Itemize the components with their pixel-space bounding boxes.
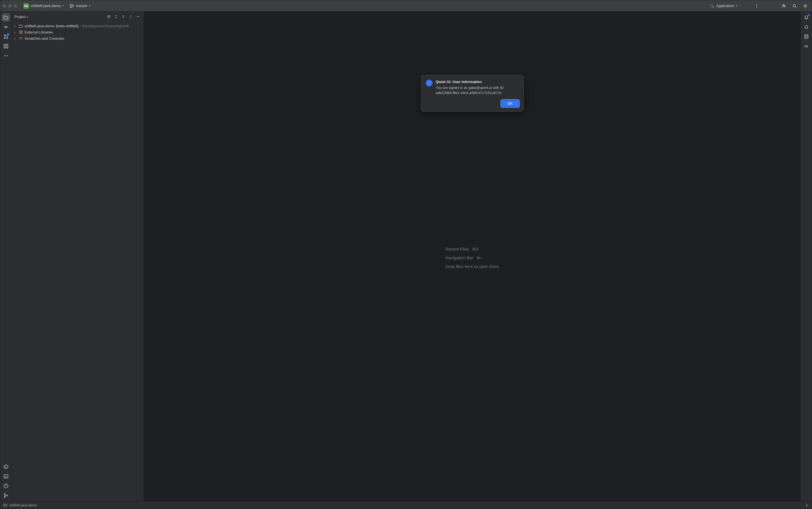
- svg-point-16: [6, 37, 8, 39]
- chevron-down-icon: ▾: [62, 4, 64, 7]
- svg-point-21: [4, 56, 5, 56]
- project-toolwindow-button[interactable]: [2, 13, 10, 22]
- expand-all-button[interactable]: [113, 14, 119, 20]
- svg-point-38: [22, 37, 23, 38]
- svg-point-13: [5, 26, 7, 28]
- expand-arrow-icon[interactable]: ▸: [14, 25, 17, 27]
- expand-arrow-icon[interactable]: ▸: [14, 37, 17, 40]
- terminal-toolwindow-button[interactable]: [2, 472, 10, 481]
- chevron-down-icon: ▾: [736, 4, 737, 7]
- project-toolwindow-title[interactable]: Project ▾: [14, 14, 28, 19]
- tree-external-libs-label: External Libraries: [25, 30, 53, 34]
- svg-point-3: [710, 4, 713, 7]
- hide-toolwindow-button[interactable]: [135, 14, 141, 20]
- svg-rect-24: [4, 475, 8, 478]
- settings-button[interactable]: [801, 2, 809, 9]
- svg-point-1: [70, 6, 71, 8]
- minimize-window-button[interactable]: [8, 4, 11, 8]
- database-toolwindow-button[interactable]: [802, 32, 811, 41]
- chevron-down-icon: ▾: [27, 15, 28, 19]
- search-everywhere-button[interactable]: [790, 2, 799, 9]
- code-with-me-button[interactable]: [780, 2, 788, 9]
- svg-point-33: [130, 18, 131, 18]
- svg-point-30: [108, 16, 109, 17]
- commit-toolwindow-button[interactable]: [2, 23, 10, 31]
- tree-scratches-row[interactable]: ▸ Scratches and Consoles: [13, 35, 142, 41]
- svg-point-27: [4, 496, 5, 498]
- editor-area[interactable]: Recent Files ⌘E Navigation Bar ⌘↑ Drop f…: [144, 11, 801, 501]
- svg-point-28: [6, 495, 8, 496]
- svg-rect-18: [4, 47, 5, 48]
- tree-root-path: ~/Development/Scanning/shift: [80, 24, 128, 28]
- notification-dot: [808, 14, 810, 16]
- svg-point-15: [4, 37, 5, 39]
- svg-point-12: [805, 5, 806, 6]
- zoom-window-button[interactable]: [14, 4, 17, 8]
- svg-rect-36: [21, 31, 22, 34]
- tree-root-tag: [hello-shiftleft]: [56, 24, 78, 28]
- chevron-down-icon: ▾: [89, 4, 90, 7]
- branch-icon: [69, 3, 74, 8]
- close-window-button[interactable]: [3, 4, 6, 8]
- project-selector[interactable]: SD shiftleft-java-demo ▾: [22, 2, 65, 10]
- scratches-icon: [19, 36, 23, 40]
- vcs-toolwindow-button[interactable]: [2, 491, 10, 500]
- tree-root-row[interactable]: ▸ shiftleft-java-demo [hello-shiftleft] …: [13, 23, 142, 29]
- tree-external-libs-row[interactable]: ▸ External Libraries: [13, 29, 142, 35]
- svg-point-10: [783, 4, 784, 6]
- badge-dot: [7, 33, 9, 36]
- debug-button[interactable]: [747, 5, 750, 7]
- right-toolstrip: m: [801, 11, 812, 501]
- vcs-branch-selector[interactable]: master ▾: [68, 2, 92, 9]
- maven-icon: m: [804, 43, 808, 49]
- toolwindows-quick-access-icon[interactable]: [3, 503, 7, 507]
- problems-toolwindow-button[interactable]: [2, 482, 10, 490]
- svg-point-31: [130, 15, 131, 16]
- pull-requests-toolwindow-button[interactable]: [2, 32, 10, 41]
- svg-point-7: [756, 4, 757, 5]
- toolwindow-options-button[interactable]: [128, 14, 133, 20]
- project-tree[interactable]: ▸ shiftleft-java-demo [hello-shiftleft] …: [11, 22, 144, 42]
- info-icon: i: [426, 80, 433, 87]
- person-icon: [781, 3, 786, 8]
- svg-point-0: [70, 4, 71, 5]
- svg-point-26: [4, 494, 5, 495]
- collapse-all-button[interactable]: [121, 14, 126, 20]
- tree-scratches-label: Scratches and Consoles: [25, 36, 64, 40]
- structure-toolwindow-button[interactable]: [2, 42, 10, 50]
- more-actions-button[interactable]: [753, 2, 761, 9]
- svg-rect-40: [4, 504, 7, 506]
- svg-rect-19: [6, 44, 8, 45]
- select-opened-file-button[interactable]: [106, 14, 112, 20]
- project-badge: SD: [23, 3, 29, 9]
- svg-point-9: [756, 7, 757, 8]
- more-toolwindows-button[interactable]: [2, 52, 10, 60]
- library-icon: [19, 30, 23, 34]
- ide-window: SD shiftleft-java-demo ▾ master ▾ Applic…: [0, 0, 812, 509]
- kebab-icon: [754, 3, 759, 8]
- svg-rect-35: [20, 31, 20, 34]
- dialog-ok-button[interactable]: OK: [501, 100, 519, 107]
- branch-name: master: [76, 4, 87, 8]
- services-toolwindow-button[interactable]: [2, 463, 10, 471]
- svg-point-11: [793, 4, 795, 7]
- search-icon: [792, 3, 797, 8]
- statusbar-module[interactable]: shiftleft-java-demo: [9, 503, 37, 507]
- main-content: Project ▾: [0, 11, 812, 501]
- project-toolwindow: Project ▾: [11, 11, 144, 501]
- left-toolstrip: [0, 11, 11, 501]
- expand-arrow-icon[interactable]: ▸: [14, 31, 17, 34]
- run-button[interactable]: [741, 5, 745, 7]
- run-config-selector[interactable]: Application ▾: [708, 2, 739, 9]
- svg-rect-37: [22, 31, 23, 34]
- maven-toolwindow-button[interactable]: m: [802, 42, 811, 50]
- folder-icon: [19, 24, 23, 28]
- tree-root-name: shiftleft-java-demo: [25, 24, 54, 28]
- window-controls: [3, 4, 17, 8]
- titlebar: SD shiftleft-java-demo ▾ master ▾ Applic…: [0, 0, 812, 11]
- indent-settings-icon[interactable]: [805, 503, 809, 507]
- notifications-button[interactable]: [802, 13, 811, 22]
- statusbar: shiftleft-java-demo: [0, 501, 812, 509]
- run-config-name: Application: [716, 4, 734, 8]
- ai-assistant-button[interactable]: [802, 23, 811, 31]
